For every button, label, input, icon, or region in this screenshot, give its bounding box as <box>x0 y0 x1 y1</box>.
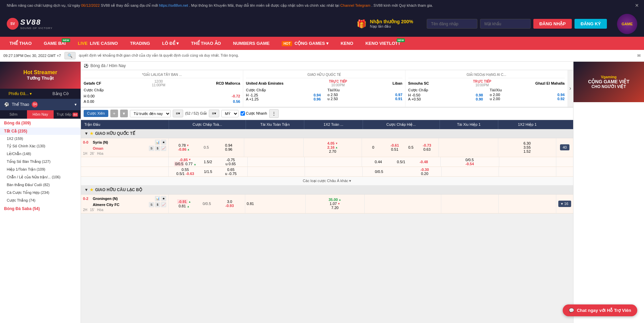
odd-chap-a1-groningen[interactable]: 0.81 ▲ <box>178 204 189 208</box>
stat-icon[interactable]: 📊 <box>155 140 160 145</box>
tai-xiu-v1-groningen[interactable]: 0.81 <box>247 202 304 206</box>
extra2-val2[interactable]: 0.65 <box>216 168 246 172</box>
more-bets-link-giaohuu[interactable]: Các loại cược Châu Á khác ▾ <box>81 177 573 185</box>
team1-laliga: Getafe CF <box>84 81 101 85</box>
nav-the-thao[interactable]: THỂ THAO <box>3 37 38 50</box>
hiep1-val2-syria[interactable]: -0.73 <box>423 143 431 147</box>
notif-date: 06/12/2022 <box>81 3 100 7</box>
handicap-line-syria: 0.5 <box>199 145 214 149</box>
nav-numbers-game[interactable]: NUMBERS GAME <box>227 37 276 50</box>
star-fav-icon[interactable]: ★ <box>161 140 166 145</box>
cat-tong-so-ban-thang[interactable]: Tổng Số Bàn Thắng (127) <box>0 158 81 166</box>
cat-chan-le-nua-tran[interactable]: Chẵn / Lẻ của Nửa trận/... (106) <box>0 173 81 181</box>
featured-next-btn[interactable]: › <box>567 70 573 107</box>
info-icon[interactable]: $ <box>155 146 160 151</box>
chart-icon-almere[interactable]: 📈 <box>161 202 166 207</box>
cat-1x2[interactable]: 1X2 (159) <box>0 135 81 142</box>
notif-channel[interactable]: Channel Telegram <box>340 3 370 7</box>
cuoc-nhanh-checkbox[interactable] <box>241 111 245 116</box>
expand-button-syria[interactable]: 40 <box>560 144 569 150</box>
odd-toan-1-syria[interactable]: 0.94 <box>225 143 232 147</box>
hiep1-1x2-val1[interactable]: 6.30 <box>524 141 531 145</box>
cat-cuoc-thang[interactable]: Cược Thắng (74) <box>0 197 81 204</box>
cat-bong-da-saba[interactable]: Bóng Đá Saba (54) <box>0 204 81 213</box>
nav-lo-de[interactable]: LÔ ĐỀ ▾ <box>156 37 185 50</box>
view-options-button[interactable]: ≡▾ <box>209 110 219 117</box>
hiep1-val1-syria[interactable]: -0.61 <box>391 143 399 147</box>
1x2-val3-syria[interactable]: 2.70 <box>329 149 336 153</box>
extra1-val3[interactable]: u 0.65 <box>216 162 246 166</box>
odd-toan-2-syria[interactable]: 0.96 <box>225 147 232 151</box>
login-button[interactable]: ĐĂNG NHẬP <box>533 19 572 29</box>
tab-bang-co[interactable]: Bảng Cờ <box>40 89 81 99</box>
subtab-som[interactable]: Sớm <box>0 110 27 119</box>
login-input[interactable] <box>427 19 477 29</box>
featured-match-cards: *GIẢI LALIGA TÂY BAN ... Getafe CF 12/30… <box>81 70 573 108</box>
nav-game-bai[interactable]: GAME BÀI NEW <box>38 37 72 50</box>
cat-tat-ca[interactable]: Tất Cả (235) <box>0 127 81 135</box>
extra1-val2[interactable]: -0.75 <box>216 158 246 162</box>
1x2-val2-syria[interactable]: 2.16 ▲ <box>327 145 338 149</box>
bet-icon-almere[interactable]: S <box>149 202 154 207</box>
1x2-val1-syria[interactable]: 4.05 ▼ <box>327 141 338 145</box>
featured-matches-bar: ⚽ Bóng đá / Hôm Nay <box>81 62 573 70</box>
hiep1-h1-syria[interactable]: 0.51 <box>391 147 398 151</box>
extra2-val3[interactable]: u -0.75 <box>216 172 246 176</box>
nav-keno[interactable]: KENO <box>335 37 360 50</box>
bet-icon[interactable]: S <box>149 146 154 151</box>
add-bet-button[interactable]: + <box>110 110 118 117</box>
nav-keno-vietlott[interactable]: KENO VIETLOTT NEW <box>359 37 407 50</box>
subtab-truc-tiep[interactable]: Trực tiếp 84 <box>54 110 81 119</box>
expand-button-groningen[interactable]: ▾ 16 <box>558 201 571 207</box>
extra2-chap-a1[interactable]: 0.5/1 -0.63 <box>170 172 200 176</box>
chat-support-button[interactable]: 💬 Chat ngay với Hỗ Trợ Viên <box>563 304 637 316</box>
settings-button[interactable]: ⋮ <box>269 109 279 118</box>
tab-phieu-da[interactable]: Phiếu Đã... ▾ <box>0 89 40 99</box>
cat-ty-so-chinh-xac[interactable]: Tỷ Số Chính Xác (130) <box>0 142 81 150</box>
nav-the-thao-ao[interactable]: THỂ THAO ẢO <box>185 37 227 50</box>
hiep1-1x2-val2[interactable]: 3.55 <box>524 145 531 149</box>
search-box[interactable]: 🔍 <box>64 52 76 59</box>
sidebar-section-the-thao[interactable]: ⚽ Thể Thao 84 ▾ <box>0 99 81 110</box>
star-fav-groningen[interactable]: ★ <box>161 196 166 201</box>
my-select[interactable]: MÝ <box>221 110 239 117</box>
game-badge[interactable]: GAME <box>617 14 637 34</box>
sort-button[interactable]: ≡▾ <box>173 110 183 117</box>
extra2-chap-h1[interactable]: 0.55 <box>170 168 200 172</box>
odd-chap-h1-groningen[interactable]: -0.91 ▲ <box>177 199 191 204</box>
1x2-v2-groningen[interactable]: 1.07 ▼ <box>330 202 340 206</box>
money-icon-almere[interactable]: $ <box>155 202 160 207</box>
password-input[interactable] <box>480 19 531 29</box>
mail-icon[interactable]: ✉ <box>637 53 641 58</box>
cat-ban-thang-dau-cuoi[interactable]: Bàn thắng Đầu/ Cuối (82) <box>0 181 81 189</box>
group-header-giao-huu[interactable]: ▼ ★ GIAO HỮU QUỐC TẾ <box>81 129 573 138</box>
nav-casino[interactable]: LIVE LIVE CASINO <box>72 37 124 50</box>
cat-ca-cuoc-tong-hop[interactable]: Cá Cược Tổng Hợp (234) <box>0 189 81 197</box>
odd-chap-h2-syria[interactable]: -0.86 ▲ <box>178 147 190 151</box>
1x2-v3-groningen[interactable]: 7.20 <box>331 206 338 210</box>
team2-laliga: RCD Mallorca <box>216 81 240 85</box>
bet-options-button[interactable]: ▾ <box>120 110 128 117</box>
subtab-hom-nay[interactable]: Hôm Nay <box>27 110 54 119</box>
stat-icon-groningen[interactable]: 📊 <box>155 196 160 201</box>
time-filter-select[interactable]: Từ trước đến nay <box>130 110 171 117</box>
main-nav: THỂ THAO GAME BÀI NEW LIVE LIVE CASINO T… <box>0 37 644 50</box>
odd-toan-val-groningen[interactable]: -0.93 <box>225 204 234 208</box>
cat-le-chan[interactable]: Lẻ/Chẵn (148) <box>0 150 81 158</box>
hiep1-1x2-val3[interactable]: 1.52 <box>524 149 531 153</box>
extra1-chap-val1[interactable]: -0.85 ▼ <box>170 158 200 162</box>
group-header-clb[interactable]: ▼ ★ GIAO HỮU CÂU LẠC BỘ <box>81 185 573 195</box>
cuoc-xien-button[interactable]: Cược Xiên <box>84 110 108 117</box>
ticker-time: 09:27:19PM Dec 30, 2022 GMT +7 <box>3 54 61 58</box>
register-button[interactable]: ĐĂNG KÝ <box>575 19 607 29</box>
chart-icon[interactable]: 📈 <box>161 146 166 151</box>
odd-chap-h1-syria[interactable]: 0.78 ▼ <box>178 143 189 147</box>
1x2-v1-groningen[interactable]: 35.00 ▲ <box>329 198 341 202</box>
hiep1-v2-syria[interactable]: 0.63 <box>423 147 430 151</box>
nav-cong-games[interactable]: HOT CỘNG GAMES ▾ <box>276 37 335 50</box>
cat-bong-da[interactable]: Bóng đá (309) <box>0 119 81 127</box>
cat-hiep1-toan-tran[interactable]: Hiệp 1/Toàn Trận (109) <box>0 166 81 173</box>
close-icon[interactable]: ✕ <box>635 2 639 9</box>
nav-trading[interactable]: TRADING <box>124 37 156 50</box>
extra1-chap-h1[interactable]: 0/0.5 0.77 ▲ <box>170 162 200 166</box>
